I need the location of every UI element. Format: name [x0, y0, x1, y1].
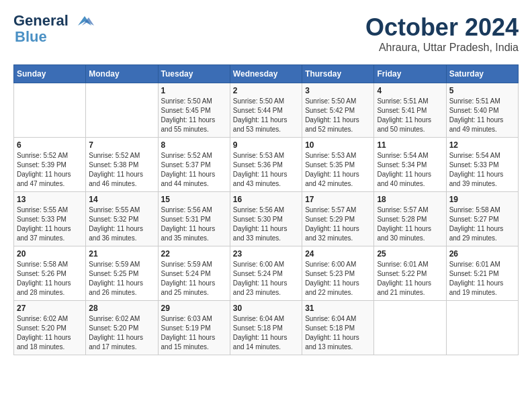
day-info: Sunrise: 6:02 AMSunset: 5:20 PMDaylight:… — [17, 314, 83, 352]
day-number: 15 — [161, 195, 227, 204]
calendar-cell: 9Sunrise: 5:53 AMSunset: 5:36 PMDaylight… — [230, 138, 302, 192]
calendar-cell: 22Sunrise: 5:59 AMSunset: 5:24 PMDayligh… — [158, 246, 230, 301]
day-number: 6 — [17, 140, 83, 150]
calendar-cell — [14, 83, 86, 138]
day-number: 22 — [161, 249, 227, 259]
calendar-cell: 5Sunrise: 5:51 AMSunset: 5:40 PMDaylight… — [446, 83, 518, 138]
day-number: 18 — [377, 195, 443, 204]
calendar-cell: 2Sunrise: 5:50 AMSunset: 5:44 PMDaylight… — [230, 83, 302, 138]
day-info: Sunrise: 6:01 AMSunset: 5:22 PMDaylight:… — [377, 260, 443, 298]
day-number: 1 — [161, 86, 227, 95]
day-number: 12 — [449, 140, 515, 150]
calendar-cell: 28Sunrise: 6:02 AMSunset: 5:20 PMDayligh… — [86, 301, 158, 355]
day-number: 30 — [233, 304, 299, 313]
day-info: Sunrise: 5:52 AMSunset: 5:37 PMDaylight:… — [161, 151, 227, 189]
day-info: Sunrise: 6:01 AMSunset: 5:21 PMDaylight:… — [449, 260, 515, 298]
day-number: 9 — [233, 140, 299, 150]
day-number: 19 — [449, 195, 515, 204]
day-number: 5 — [449, 86, 515, 95]
logo-blue: Blue — [15, 28, 47, 46]
page-header: General Blue October 2024 Ahraura, Uttar… — [13, 13, 519, 54]
calendar-header-thursday: Thursday — [302, 65, 374, 83]
day-number: 20 — [17, 249, 83, 259]
day-info: Sunrise: 5:50 AMSunset: 5:42 PMDaylight:… — [305, 97, 371, 134]
day-number: 17 — [305, 195, 371, 204]
calendar-cell: 29Sunrise: 6:03 AMSunset: 5:19 PMDayligh… — [158, 301, 230, 355]
calendar-header-friday: Friday — [374, 65, 446, 83]
calendar-header-wednesday: Wednesday — [230, 65, 302, 83]
day-info: Sunrise: 6:04 AMSunset: 5:18 PMDaylight:… — [233, 314, 299, 352]
day-number: 16 — [233, 195, 299, 204]
calendar-cell: 17Sunrise: 5:57 AMSunset: 5:29 PMDayligh… — [302, 192, 374, 246]
day-info: Sunrise: 6:04 AMSunset: 5:18 PMDaylight:… — [305, 314, 371, 352]
day-number: 2 — [233, 86, 299, 95]
day-info: Sunrise: 6:03 AMSunset: 5:19 PMDaylight:… — [161, 314, 227, 352]
calendar-week-row: 27Sunrise: 6:02 AMSunset: 5:20 PMDayligh… — [14, 301, 519, 355]
day-number: 3 — [305, 86, 371, 95]
calendar-cell: 23Sunrise: 6:00 AMSunset: 5:24 PMDayligh… — [230, 246, 302, 301]
calendar-cell: 10Sunrise: 5:53 AMSunset: 5:35 PMDayligh… — [302, 138, 374, 192]
calendar-cell: 27Sunrise: 6:02 AMSunset: 5:20 PMDayligh… — [14, 301, 86, 355]
calendar-cell: 19Sunrise: 5:58 AMSunset: 5:27 PMDayligh… — [446, 192, 518, 246]
day-info: Sunrise: 5:56 AMSunset: 5:30 PMDaylight:… — [233, 205, 299, 243]
calendar-cell: 30Sunrise: 6:04 AMSunset: 5:18 PMDayligh… — [230, 301, 302, 355]
day-info: Sunrise: 5:51 AMSunset: 5:40 PMDaylight:… — [449, 97, 515, 134]
calendar-cell — [86, 83, 158, 138]
calendar-cell: 12Sunrise: 5:54 AMSunset: 5:33 PMDayligh… — [446, 138, 518, 192]
calendar-cell: 20Sunrise: 5:58 AMSunset: 5:26 PMDayligh… — [14, 246, 86, 301]
calendar-cell — [374, 301, 446, 355]
calendar-header-sunday: Sunday — [14, 65, 86, 83]
calendar-cell: 1Sunrise: 5:50 AMSunset: 5:45 PMDaylight… — [158, 83, 230, 138]
day-info: Sunrise: 5:53 AMSunset: 5:36 PMDaylight:… — [233, 151, 299, 189]
day-number: 7 — [89, 140, 154, 150]
calendar-header-monday: Monday — [86, 65, 158, 83]
day-info: Sunrise: 5:57 AMSunset: 5:29 PMDaylight:… — [305, 205, 371, 243]
calendar-cell: 3Sunrise: 5:50 AMSunset: 5:42 PMDaylight… — [302, 83, 374, 138]
day-info: Sunrise: 5:53 AMSunset: 5:35 PMDaylight:… — [305, 151, 371, 189]
calendar-week-row: 6Sunrise: 5:52 AMSunset: 5:39 PMDaylight… — [14, 138, 519, 192]
calendar-header-saturday: Saturday — [446, 65, 518, 83]
title-area: October 2024 Ahraura, Uttar Pradesh, Ind… — [365, 13, 519, 54]
day-number: 10 — [305, 140, 371, 150]
day-info: Sunrise: 5:55 AMSunset: 5:32 PMDaylight:… — [89, 205, 154, 243]
day-info: Sunrise: 5:50 AMSunset: 5:44 PMDaylight:… — [233, 97, 299, 134]
calendar-header-tuesday: Tuesday — [158, 65, 230, 83]
calendar-cell — [446, 301, 518, 355]
day-info: Sunrise: 5:54 AMSunset: 5:34 PMDaylight:… — [377, 151, 443, 189]
logo-general: General — [13, 13, 69, 28]
day-number: 8 — [161, 140, 227, 150]
day-number: 28 — [89, 304, 154, 313]
calendar-week-row: 13Sunrise: 5:55 AMSunset: 5:33 PMDayligh… — [14, 192, 519, 246]
day-number: 23 — [233, 249, 299, 259]
calendar-cell: 25Sunrise: 6:01 AMSunset: 5:22 PMDayligh… — [374, 246, 446, 301]
day-info: Sunrise: 5:52 AMSunset: 5:39 PMDaylight:… — [17, 151, 83, 189]
day-info: Sunrise: 5:58 AMSunset: 5:26 PMDaylight:… — [17, 260, 83, 298]
calendar-cell: 15Sunrise: 5:56 AMSunset: 5:31 PMDayligh… — [158, 192, 230, 246]
day-number: 29 — [161, 304, 227, 313]
calendar-cell: 24Sunrise: 6:00 AMSunset: 5:23 PMDayligh… — [302, 246, 374, 301]
day-number: 21 — [89, 249, 154, 259]
calendar-cell: 14Sunrise: 5:55 AMSunset: 5:32 PMDayligh… — [86, 192, 158, 246]
day-info: Sunrise: 5:52 AMSunset: 5:38 PMDaylight:… — [89, 151, 154, 189]
day-info: Sunrise: 5:51 AMSunset: 5:41 PMDaylight:… — [377, 97, 443, 134]
day-number: 14 — [89, 195, 154, 204]
calendar-cell: 4Sunrise: 5:51 AMSunset: 5:41 PMDaylight… — [374, 83, 446, 138]
logo-bird-icon — [71, 13, 95, 28]
day-number: 24 — [305, 249, 371, 259]
day-number: 26 — [449, 249, 515, 259]
calendar-week-row: 1Sunrise: 5:50 AMSunset: 5:45 PMDaylight… — [14, 83, 519, 138]
location-subtitle: Ahraura, Uttar Pradesh, India — [365, 42, 519, 54]
day-info: Sunrise: 5:55 AMSunset: 5:33 PMDaylight:… — [17, 205, 83, 243]
calendar-cell: 26Sunrise: 6:01 AMSunset: 5:21 PMDayligh… — [446, 246, 518, 301]
day-number: 4 — [377, 86, 443, 95]
day-info: Sunrise: 6:00 AMSunset: 5:23 PMDaylight:… — [305, 260, 371, 298]
logo: General Blue — [13, 13, 95, 46]
day-info: Sunrise: 5:54 AMSunset: 5:33 PMDaylight:… — [449, 151, 515, 189]
calendar-week-row: 20Sunrise: 5:58 AMSunset: 5:26 PMDayligh… — [14, 246, 519, 301]
month-title: October 2024 — [365, 13, 519, 42]
day-info: Sunrise: 5:59 AMSunset: 5:25 PMDaylight:… — [89, 260, 154, 298]
day-info: Sunrise: 6:00 AMSunset: 5:24 PMDaylight:… — [233, 260, 299, 298]
day-info: Sunrise: 5:59 AMSunset: 5:24 PMDaylight:… — [161, 260, 227, 298]
day-number: 13 — [17, 195, 83, 204]
calendar-cell: 21Sunrise: 5:59 AMSunset: 5:25 PMDayligh… — [86, 246, 158, 301]
